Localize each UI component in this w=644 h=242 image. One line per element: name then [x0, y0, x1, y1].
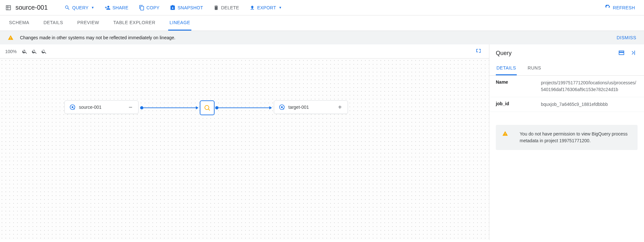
tab-table-explorer[interactable]: TABLE EXPLORER	[112, 15, 157, 31]
tab-schema[interactable]: SCHEMA	[8, 15, 31, 31]
node-label: source-001	[79, 105, 124, 110]
dropdown-icon: ▼	[279, 6, 282, 9]
export-label: EXPORT	[257, 5, 276, 10]
export-button[interactable]: EXPORT ▼	[245, 3, 286, 13]
connector-dot	[140, 106, 143, 109]
permission-warning: You do not have permission to view BigQu…	[496, 125, 638, 150]
detail-value: projects/199751771200/locations/us/proce…	[541, 79, 638, 93]
tab-lineage[interactable]: LINEAGE	[168, 15, 191, 31]
sidebar-tab-runs[interactable]: RUNS	[527, 62, 542, 75]
copy-label: COPY	[147, 5, 160, 10]
dock-button[interactable]	[617, 48, 626, 58]
dropdown-icon: ▼	[91, 6, 94, 9]
page-title: source-001	[15, 4, 48, 11]
chevron-right-bar-icon	[630, 50, 636, 56]
lineage-edge	[218, 107, 272, 108]
sidebar-header: Query	[489, 44, 644, 62]
lineage-edge	[143, 107, 198, 108]
lineage-canvas-wrap: 100% source-001 −	[0, 44, 489, 240]
lineage-process-node[interactable]	[200, 100, 215, 115]
permission-message: You do not have permission to view BigQu…	[520, 131, 631, 144]
lineage-node-target[interactable]: target-001 +	[274, 100, 348, 114]
table-icon	[5, 5, 12, 11]
share-label: SHARE	[112, 5, 128, 10]
zoom-in-icon[interactable]	[22, 49, 28, 54]
main-tabs: SCHEMA DETAILS PREVIEW TABLE EXPLORER LI…	[0, 15, 644, 31]
svg-point-1	[205, 106, 209, 110]
refresh-button[interactable]: REFRESH	[601, 3, 639, 13]
zoom-toolbar: 100%	[0, 44, 489, 59]
collapse-panel-button[interactable]	[629, 48, 638, 58]
sidebar-tabs: DETAILS RUNS	[489, 62, 644, 76]
share-button[interactable]: SHARE	[101, 3, 132, 13]
node-label: target-001	[288, 105, 333, 110]
tab-preview[interactable]: PREVIEW	[76, 15, 101, 31]
collapse-icon[interactable]: −	[127, 104, 134, 110]
details-sidebar: Query DETAILS RUNS Name projects/1997517…	[489, 44, 644, 240]
zoom-level: 100%	[5, 49, 17, 54]
copy-icon	[139, 5, 145, 11]
warning-icon	[502, 131, 508, 136]
refresh-label: REFRESH	[613, 5, 635, 10]
tab-details[interactable]: DETAILS	[42, 15, 64, 31]
lineage-node-source[interactable]: source-001 −	[64, 100, 139, 114]
snapshot-label: SNAPSHOT	[178, 5, 203, 10]
copy-button[interactable]: COPY	[135, 3, 164, 13]
zoom-reset-icon[interactable]	[41, 49, 47, 54]
detail-key: Name	[496, 79, 541, 93]
delete-button[interactable]: DELETE	[209, 3, 243, 13]
query-button[interactable]: QUERY ▼	[61, 3, 98, 13]
detail-value: bquxjob_7a6465c9_1881efdbbbb	[541, 101, 638, 108]
detail-key: job_id	[496, 101, 541, 108]
trash-icon	[213, 5, 219, 11]
bigquery-icon	[279, 104, 285, 110]
lineage-canvas[interactable]: source-001 − target-001 +	[0, 59, 489, 240]
refresh-icon	[605, 5, 611, 11]
fullscreen-button[interactable]	[474, 46, 484, 56]
fullscreen-icon	[476, 48, 482, 54]
dismiss-button[interactable]: DISMISS	[617, 35, 636, 40]
export-icon	[249, 5, 255, 11]
main-content: 100% source-001 −	[0, 44, 644, 240]
connector-dot	[215, 106, 218, 109]
bigquery-icon	[69, 104, 76, 110]
info-banner: Changes made in other systems may not be…	[0, 31, 644, 44]
snapshot-button[interactable]: SNAPSHOT	[166, 3, 207, 13]
query-label: QUERY	[72, 5, 89, 10]
banner-message: Changes made in other systems may not be…	[20, 35, 175, 40]
toolbar: QUERY ▼ SHARE COPY SNAPSHOT DELETE EXPOR…	[61, 3, 639, 13]
sidebar-tab-details[interactable]: DETAILS	[496, 62, 517, 75]
sidebar-title: Query	[496, 50, 614, 57]
dock-icon	[618, 50, 625, 56]
snapshot-icon	[170, 5, 176, 11]
search-icon	[64, 5, 70, 11]
bigquery-process-icon	[204, 104, 211, 111]
zoom-out-icon[interactable]	[32, 49, 37, 54]
detail-row-name: Name projects/199751771200/locations/us/…	[489, 76, 644, 97]
person-add-icon	[105, 5, 111, 11]
header-bar: source-001 QUERY ▼ SHARE COPY SNAPSHOT D…	[0, 0, 644, 15]
delete-label: DELETE	[221, 5, 239, 10]
warning-icon	[8, 35, 14, 41]
detail-row-job-id: job_id bquxjob_7a6465c9_1881efdbbbb	[489, 97, 644, 112]
expand-icon[interactable]: +	[337, 104, 343, 110]
